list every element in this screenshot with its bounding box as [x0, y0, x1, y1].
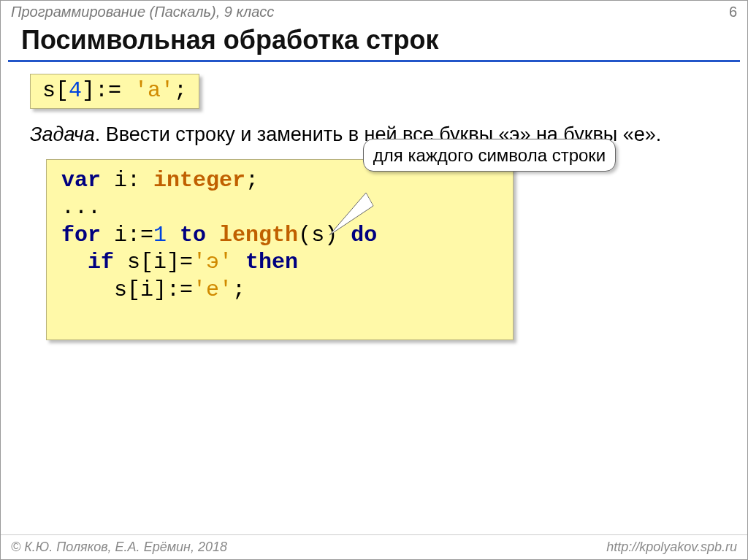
footer-url: http://kpolyakov.spb.ru	[606, 540, 737, 555]
footer-copyright: © К.Ю. Поляков, Е.А. Ерёмин, 2018	[11, 540, 227, 555]
code-block-wrap: для каждого символа строки var i: intege…	[1, 159, 747, 340]
callout-bubble: для каждого символа строки	[363, 139, 616, 172]
code-l1-semi: ;	[245, 168, 259, 193]
snippet-wrap: s[4]:= 'a';	[1, 74, 747, 109]
top-bar: Программирование (Паскаль), 9 класс 6	[1, 1, 747, 22]
num-1: 1	[153, 223, 167, 248]
footer: © К.Ю. Поляков, Е.А. Ерёмин, 2018 http:/…	[1, 534, 747, 559]
snippet-semi: ;	[174, 78, 187, 103]
kw-for: for	[61, 223, 101, 248]
code-l5-lhs: s[i]:=	[114, 277, 193, 302]
fn-length: length	[219, 223, 298, 248]
kw-if: if	[88, 250, 114, 275]
code-l4-m2	[232, 250, 245, 275]
code-l4-m1: s[i]=	[114, 250, 193, 275]
snippet-code: s[4]:= 'a';	[30, 74, 199, 109]
snippet-s: s	[42, 78, 56, 103]
title-rule	[8, 60, 740, 62]
code-l2: ...	[61, 195, 101, 220]
slide-title: Посимвольная обработка строк	[1, 22, 747, 60]
snippet-close-bracket: ]	[82, 78, 95, 103]
snippet-assign: :=	[95, 78, 134, 103]
code-l5-indent	[61, 277, 114, 302]
str-e1: 'э'	[193, 250, 232, 275]
kw-var: var	[61, 168, 101, 193]
code-l1-mid: i:	[101, 168, 153, 193]
kw-to: to	[180, 223, 206, 248]
slide: Программирование (Паскаль), 9 класс 6 По…	[0, 0, 748, 560]
code-l3-m3	[206, 223, 219, 248]
type-integer: integer	[153, 168, 245, 193]
code-l5-semi: ;	[232, 277, 245, 302]
task-label: Задача	[30, 123, 95, 145]
snippet-index: 4	[69, 78, 82, 103]
str-e2: 'е'	[193, 277, 232, 302]
code-l3-m1: i:=	[101, 223, 153, 248]
page-number: 6	[729, 4, 737, 20]
code-block: var i: integer; ... for i:=1 to length(s…	[46, 159, 514, 340]
code-l4-indent	[61, 250, 88, 275]
snippet-open-bracket: [	[56, 78, 69, 103]
kw-then: then	[245, 250, 298, 275]
code-l3-m2	[167, 223, 180, 248]
subject-label: Программирование (Паскаль), 9 класс	[11, 4, 274, 20]
snippet-value: 'a'	[134, 78, 174, 103]
